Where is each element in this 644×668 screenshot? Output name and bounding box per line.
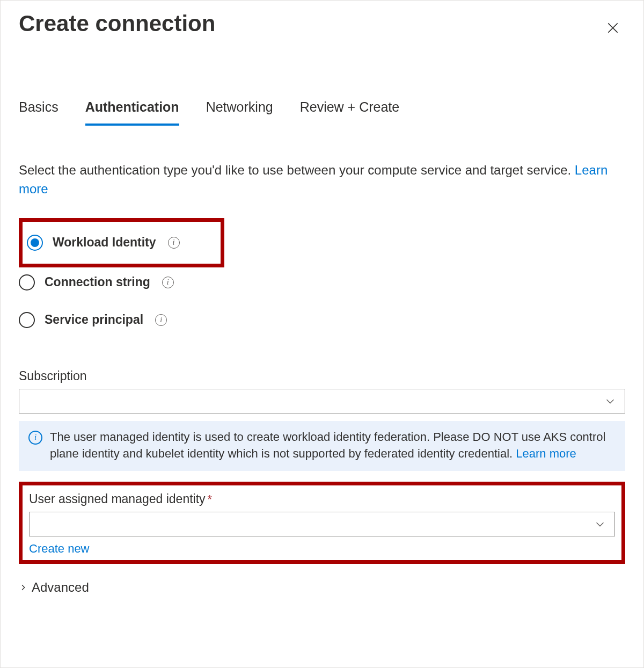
uami-dropdown[interactable] [29,512,615,536]
uami-label: User assigned managed identity* [29,492,615,506]
info-panel: i The user managed identity is used to c… [19,421,625,471]
highlight-workload-identity: Workload Identity i [19,218,224,267]
tab-authentication[interactable]: Authentication [85,99,179,126]
radio-label: Workload Identity [53,235,156,250]
info-icon[interactable]: i [155,314,167,326]
subscription-dropdown[interactable] [19,389,625,413]
panel-header: Create connection [19,11,625,40]
radio-service-principal[interactable]: Service principal i [19,301,625,339]
tab-networking[interactable]: Networking [206,99,273,126]
radio-indicator [27,235,43,251]
info-icon[interactable]: i [162,277,174,288]
info-icon: i [28,431,42,445]
auth-helptext-text: Select the authentication type you'd lik… [19,163,575,177]
subscription-field: Subscription i The user managed identity… [19,369,625,471]
close-button[interactable] [601,16,625,40]
advanced-label: Advanced [32,580,89,595]
radio-connection-string[interactable]: Connection string i [19,264,625,301]
panel-title: Create connection [19,11,215,36]
tab-bar: Basics Authentication Networking Review … [19,99,625,126]
radio-indicator [19,274,35,291]
radio-workload-identity[interactable]: Workload Identity i [27,224,180,262]
chevron-down-icon [594,518,606,530]
radio-label: Service principal [45,313,143,327]
required-marker: * [208,492,213,506]
radio-label: Connection string [45,275,150,289]
chevron-down-icon [604,395,616,407]
highlight-user-assigned-identity: User assigned managed identity* Create n… [19,482,625,564]
subscription-label: Subscription [19,369,625,383]
chevron-right-icon [19,583,27,592]
close-icon [606,21,620,35]
tab-basics[interactable]: Basics [19,99,58,126]
create-new-link[interactable]: Create new [29,542,90,556]
create-connection-panel: Create connection Basics Authentication … [0,0,644,668]
tab-review-create[interactable]: Review + Create [300,99,400,126]
info-panel-text: The user managed identity is used to cre… [50,429,616,463]
info-icon[interactable]: i [168,237,180,249]
auth-type-radio-group: Workload Identity i Connection string i … [19,218,625,339]
auth-helptext: Select the authentication type you'd lik… [19,161,625,199]
radio-indicator [19,312,35,328]
info-panel-link[interactable]: Learn more [516,447,576,460]
advanced-toggle[interactable]: Advanced [19,580,625,595]
